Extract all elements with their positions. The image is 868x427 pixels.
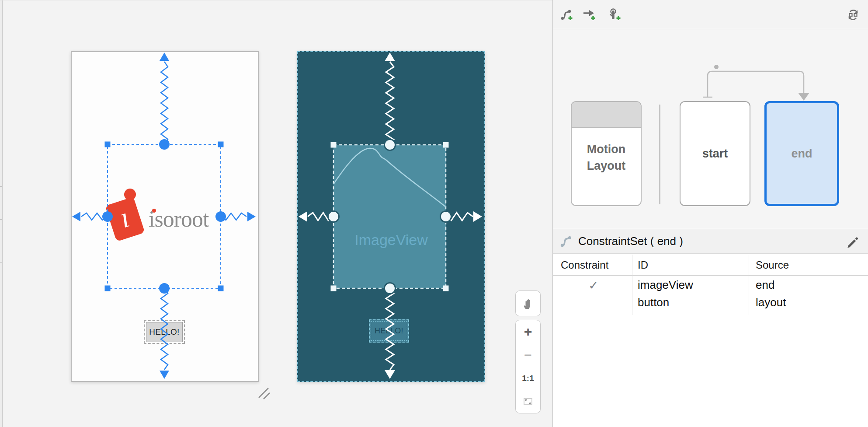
design-surface: ı isoroot HELLO! bbox=[0, 0, 552, 427]
logo-dot bbox=[124, 189, 136, 200]
row-id: imageView bbox=[638, 278, 693, 292]
zoom-actual-size-button[interactable]: 1:1 bbox=[516, 367, 540, 390]
add-transition-button[interactable] bbox=[581, 7, 597, 23]
add-click-or-swipe-handler-button[interactable] bbox=[606, 7, 623, 23]
motion-editor-panel: Motion Layout start end ConstraintSet ( … bbox=[552, 0, 868, 427]
constraintset-icon bbox=[559, 234, 574, 249]
table-header-row: Constraint ID Source bbox=[553, 254, 868, 276]
image-content-curve bbox=[333, 148, 446, 207]
hello-button[interactable]: HELLO! bbox=[144, 320, 185, 344]
pan-hand-icon bbox=[522, 298, 534, 310]
constraintset-header: ConstraintSet ( end ) bbox=[553, 229, 868, 254]
card-motion-layout[interactable]: Motion Layout bbox=[571, 101, 642, 206]
canvas-resize-handle[interactable] bbox=[257, 386, 271, 400]
device-preview-design[interactable]: ı isoroot HELLO! bbox=[71, 51, 259, 382]
resize-handles bbox=[331, 142, 449, 291]
device-preview-blueprint[interactable]: HELLO! bbox=[297, 51, 485, 382]
row-source: end bbox=[756, 278, 774, 292]
zoom-to-fit-button[interactable] bbox=[516, 390, 540, 413]
divider bbox=[0, 186, 2, 187]
logo-text: isoroot bbox=[149, 206, 208, 232]
logo-image: ı bbox=[105, 197, 145, 242]
motion-toolbar bbox=[553, 0, 868, 29]
motionlayout-editor: ı isoroot HELLO! bbox=[0, 0, 868, 427]
card-end-selected[interactable]: end bbox=[764, 101, 839, 206]
edit-pencil-icon[interactable] bbox=[846, 235, 859, 248]
row-id: button bbox=[638, 296, 669, 309]
imageview-label: ImageView bbox=[298, 231, 484, 248]
column-id: ID bbox=[638, 259, 648, 271]
zoom-controls: + − 1:1 bbox=[515, 320, 541, 413]
hello-button-blueprint[interactable]: HELLO! bbox=[369, 319, 409, 343]
constraint-check-icon: ✓ bbox=[587, 278, 600, 293]
row-source: layout bbox=[756, 296, 786, 309]
zoom-out-button[interactable]: − bbox=[516, 343, 540, 367]
table-row[interactable]: button layout bbox=[553, 296, 868, 315]
divider bbox=[659, 105, 660, 204]
constraintset-panel: ConstraintSet ( end ) Constraint ID Sour… bbox=[553, 229, 868, 427]
motion-layout-header-bar bbox=[572, 102, 641, 128]
add-constraintset-button[interactable] bbox=[558, 7, 575, 23]
keyframe-dot bbox=[714, 65, 719, 69]
fit-screen-icon bbox=[522, 396, 534, 407]
column-source: Source bbox=[756, 259, 789, 271]
left-panel-edge bbox=[0, 0, 3, 427]
cycle-start-end-button[interactable] bbox=[845, 7, 861, 23]
divider bbox=[0, 262, 2, 262]
motion-overview: Motion Layout start end bbox=[553, 29, 868, 229]
constraintset-title: ConstraintSet ( end ) bbox=[578, 234, 683, 248]
column-constraint: Constraint bbox=[561, 259, 608, 271]
divider bbox=[0, 219, 2, 220]
card-start[interactable]: start bbox=[680, 101, 750, 206]
constraint-anchors bbox=[328, 140, 451, 294]
zoom-in-button[interactable]: + bbox=[516, 320, 540, 343]
pan-button[interactable] bbox=[515, 290, 541, 316]
logo-i-dot bbox=[152, 209, 156, 213]
table-row[interactable]: ✓ imageView end bbox=[553, 278, 868, 298]
